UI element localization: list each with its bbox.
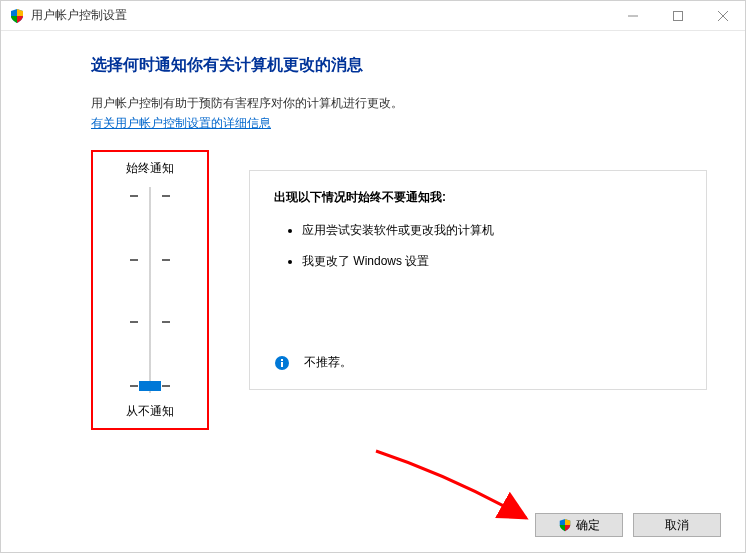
dialog-buttons: 确定 取消 <box>535 513 721 537</box>
slider-label-always: 始终通知 <box>126 160 174 177</box>
content-area: 选择何时通知你有关计算机更改的消息 用户帐户控制有助于预防有害程序对你的计算机进… <box>1 31 745 430</box>
svg-rect-6 <box>281 359 283 361</box>
ok-button[interactable]: 确定 <box>535 513 623 537</box>
detail-list: 应用尝试安装软件或更改我的计算机 我更改了 Windows 设置 <box>274 222 682 270</box>
recommendation-row: 不推荐。 <box>274 354 352 371</box>
cancel-label: 取消 <box>665 517 689 534</box>
slider-thumb[interactable] <box>139 381 161 391</box>
slider-label-never: 从不通知 <box>126 403 174 420</box>
maximize-button[interactable] <box>655 1 700 31</box>
close-button[interactable] <box>700 1 745 31</box>
help-link[interactable]: 有关用户帐户控制设置的详细信息 <box>91 115 271 132</box>
detail-panel: 出现以下情况时始终不要通知我: 应用尝试安装软件或更改我的计算机 我更改了 Wi… <box>249 170 707 390</box>
svg-rect-5 <box>281 362 283 367</box>
slider-panel: 始终通知 从不通知 <box>91 150 209 430</box>
window-controls <box>610 1 745 31</box>
page-title: 选择何时通知你有关计算机更改的消息 <box>91 55 707 76</box>
cancel-button[interactable]: 取消 <box>633 513 721 537</box>
list-item: 我更改了 Windows 设置 <box>302 253 682 270</box>
description-text: 用户帐户控制有助于预防有害程序对你的计算机进行更改。 <box>91 94 707 113</box>
notification-slider[interactable] <box>93 187 207 393</box>
shield-icon <box>558 518 572 532</box>
minimize-button[interactable] <box>610 1 655 31</box>
titlebar: 用户帐户控制设置 <box>1 1 745 31</box>
detail-heading: 出现以下情况时始终不要通知我: <box>274 189 682 206</box>
annotation-arrow <box>371 446 551 536</box>
window-title: 用户帐户控制设置 <box>31 7 127 24</box>
recommendation-text: 不推荐。 <box>304 354 352 371</box>
shield-icon <box>9 8 25 24</box>
info-icon <box>274 355 290 371</box>
list-item: 应用尝试安装软件或更改我的计算机 <box>302 222 682 239</box>
ok-label: 确定 <box>576 517 600 534</box>
svg-rect-1 <box>673 11 682 20</box>
main-area: 始终通知 从不通知 出现以下情况时始终不要通知我: 应用尝试安装软件或更改我的计… <box>91 150 707 430</box>
